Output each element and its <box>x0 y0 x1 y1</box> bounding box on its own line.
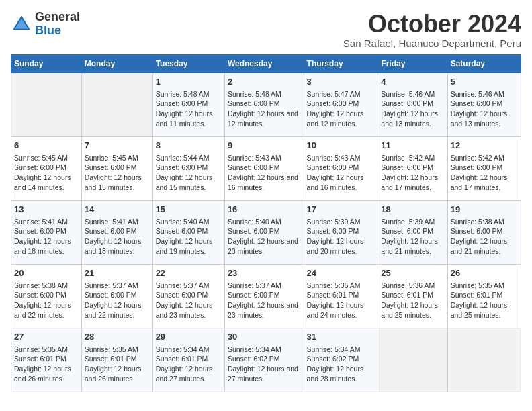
daylight-text: Daylight: 12 hours and 23 minutes. <box>228 301 298 319</box>
day-number: 4 <box>381 76 444 88</box>
logo: General Blue <box>11 11 80 38</box>
header-day-friday: Friday <box>378 54 447 73</box>
calendar-cell: 18Sunrise: 5:39 AMSunset: 6:00 PMDayligh… <box>378 200 447 264</box>
calendar-cell <box>11 73 82 136</box>
sunrise-text: Sunrise: 5:46 AM <box>451 90 504 98</box>
sunset-text: Sunset: 6:00 PM <box>156 99 208 107</box>
week-row-1: 1Sunrise: 5:48 AMSunset: 6:00 PMDaylight… <box>11 73 521 136</box>
daylight-text: Daylight: 12 hours and 25 minutes. <box>381 301 438 319</box>
calendar-cell: 16Sunrise: 5:40 AMSunset: 6:00 PMDayligh… <box>224 200 304 264</box>
sunrise-text: Sunrise: 5:37 AM <box>228 281 281 289</box>
daylight-text: Daylight: 12 hours and 12 minutes. <box>307 109 364 128</box>
sunset-text: Sunset: 6:00 PM <box>307 99 359 107</box>
sunrise-text: Sunrise: 5:35 AM <box>85 345 138 353</box>
sunrise-text: Sunrise: 5:46 AM <box>381 90 435 98</box>
calendar-cell: 25Sunrise: 5:36 AMSunset: 6:01 PMDayligh… <box>378 264 447 328</box>
week-row-5: 27Sunrise: 5:35 AMSunset: 6:01 PMDayligh… <box>11 328 521 392</box>
calendar-cell: 15Sunrise: 5:40 AMSunset: 6:00 PMDayligh… <box>152 200 224 264</box>
day-number: 16 <box>228 203 301 216</box>
sunrise-text: Sunrise: 5:36 AM <box>381 281 435 289</box>
sunset-text: Sunset: 6:00 PM <box>228 227 280 235</box>
day-number: 24 <box>307 267 375 279</box>
day-number: 21 <box>85 267 150 279</box>
daylight-text: Daylight: 12 hours and 26 minutes. <box>14 365 71 383</box>
day-number: 15 <box>156 203 222 216</box>
day-number: 3 <box>307 76 375 88</box>
daylight-text: Daylight: 12 hours and 20 minutes. <box>307 237 364 255</box>
sunset-text: Sunset: 6:01 PM <box>451 291 503 299</box>
calendar-cell: 28Sunrise: 5:35 AMSunset: 6:01 PMDayligh… <box>81 328 152 392</box>
calendar-cell: 24Sunrise: 5:36 AMSunset: 6:01 PMDayligh… <box>304 264 378 328</box>
sunset-text: Sunset: 6:01 PM <box>14 355 66 363</box>
calendar-cell: 10Sunrise: 5:43 AMSunset: 6:00 PMDayligh… <box>304 136 378 200</box>
daylight-text: Daylight: 12 hours and 15 minutes. <box>85 173 142 191</box>
daylight-text: Daylight: 12 hours and 27 minutes. <box>156 365 213 383</box>
calendar-cell: 1Sunrise: 5:48 AMSunset: 6:00 PMDaylight… <box>152 73 224 136</box>
daylight-text: Daylight: 12 hours and 23 minutes. <box>156 301 213 319</box>
calendar-cell: 7Sunrise: 5:45 AMSunset: 6:00 PMDaylight… <box>81 136 152 200</box>
sunrise-text: Sunrise: 5:35 AM <box>451 281 504 289</box>
sunset-text: Sunset: 6:00 PM <box>381 227 433 235</box>
calendar-cell: 12Sunrise: 5:42 AMSunset: 6:00 PMDayligh… <box>447 136 521 200</box>
calendar-cell: 29Sunrise: 5:34 AMSunset: 6:01 PMDayligh… <box>152 328 224 392</box>
daylight-text: Daylight: 12 hours and 12 minutes. <box>228 109 298 128</box>
day-number: 30 <box>228 331 301 343</box>
header-day-monday: Monday <box>81 54 152 73</box>
sunrise-text: Sunrise: 5:48 AM <box>228 90 281 98</box>
calendar-cell: 3Sunrise: 5:47 AMSunset: 6:00 PMDaylight… <box>304 73 378 136</box>
sunrise-text: Sunrise: 5:39 AM <box>381 218 435 226</box>
header-day-wednesday: Wednesday <box>224 54 304 73</box>
daylight-text: Daylight: 12 hours and 18 minutes. <box>14 237 71 255</box>
day-number: 14 <box>85 203 150 216</box>
day-number: 18 <box>381 203 444 216</box>
sunrise-text: Sunrise: 5:40 AM <box>228 218 281 226</box>
day-number: 8 <box>156 140 222 152</box>
day-number: 10 <box>307 140 375 152</box>
day-number: 9 <box>228 140 301 152</box>
calendar-cell: 23Sunrise: 5:37 AMSunset: 6:00 PMDayligh… <box>224 264 304 328</box>
day-number: 6 <box>14 140 79 152</box>
daylight-text: Daylight: 12 hours and 16 minutes. <box>228 173 298 191</box>
sunrise-text: Sunrise: 5:36 AM <box>307 281 361 289</box>
daylight-text: Daylight: 12 hours and 24 minutes. <box>307 301 364 319</box>
daylight-text: Daylight: 12 hours and 21 minutes. <box>451 237 508 255</box>
calendar-cell: 9Sunrise: 5:43 AMSunset: 6:00 PMDaylight… <box>224 136 304 200</box>
sunrise-text: Sunrise: 5:43 AM <box>307 154 361 162</box>
daylight-text: Daylight: 12 hours and 17 minutes. <box>451 173 508 191</box>
week-row-3: 13Sunrise: 5:41 AMSunset: 6:00 PMDayligh… <box>11 200 521 264</box>
calendar-cell: 5Sunrise: 5:46 AMSunset: 6:00 PMDaylight… <box>447 73 521 136</box>
day-number: 27 <box>14 331 79 343</box>
calendar-cell: 14Sunrise: 5:41 AMSunset: 6:00 PMDayligh… <box>81 200 152 264</box>
sunrise-text: Sunrise: 5:41 AM <box>14 218 68 226</box>
week-row-2: 6Sunrise: 5:45 AMSunset: 6:00 PMDaylight… <box>11 136 521 200</box>
sunset-text: Sunset: 6:00 PM <box>451 163 503 171</box>
sunrise-text: Sunrise: 5:41 AM <box>85 218 138 226</box>
sunset-text: Sunset: 6:00 PM <box>381 163 433 171</box>
sunrise-text: Sunrise: 5:37 AM <box>85 281 138 289</box>
daylight-text: Daylight: 12 hours and 15 minutes. <box>156 173 213 191</box>
daylight-text: Daylight: 12 hours and 11 minutes. <box>156 109 213 128</box>
sunset-text: Sunset: 6:01 PM <box>85 355 137 363</box>
sunrise-text: Sunrise: 5:38 AM <box>14 281 68 289</box>
daylight-text: Daylight: 12 hours and 16 minutes. <box>307 173 364 191</box>
daylight-text: Daylight: 12 hours and 13 minutes. <box>451 109 508 128</box>
header-row: SundayMondayTuesdayWednesdayThursdayFrid… <box>11 54 521 73</box>
sunrise-text: Sunrise: 5:34 AM <box>228 345 281 353</box>
sunset-text: Sunset: 6:02 PM <box>228 355 280 363</box>
sunset-text: Sunset: 6:00 PM <box>156 227 208 235</box>
sunrise-text: Sunrise: 5:38 AM <box>451 218 504 226</box>
sunrise-text: Sunrise: 5:40 AM <box>156 218 210 226</box>
daylight-text: Daylight: 12 hours and 18 minutes. <box>85 237 142 255</box>
sunrise-text: Sunrise: 5:35 AM <box>14 345 68 353</box>
sunset-text: Sunset: 6:00 PM <box>156 291 208 299</box>
sunset-text: Sunset: 6:00 PM <box>451 99 503 107</box>
calendar-cell: 17Sunrise: 5:39 AMSunset: 6:00 PMDayligh… <box>304 200 378 264</box>
header-day-thursday: Thursday <box>304 54 378 73</box>
calendar-cell: 13Sunrise: 5:41 AMSunset: 6:00 PMDayligh… <box>11 200 82 264</box>
daylight-text: Daylight: 12 hours and 26 minutes. <box>85 365 142 383</box>
sunrise-text: Sunrise: 5:48 AM <box>156 90 210 98</box>
sunset-text: Sunset: 6:01 PM <box>156 355 208 363</box>
day-number: 19 <box>451 203 518 216</box>
calendar-title: October 2024 <box>343 11 521 38</box>
day-number: 28 <box>85 331 150 343</box>
